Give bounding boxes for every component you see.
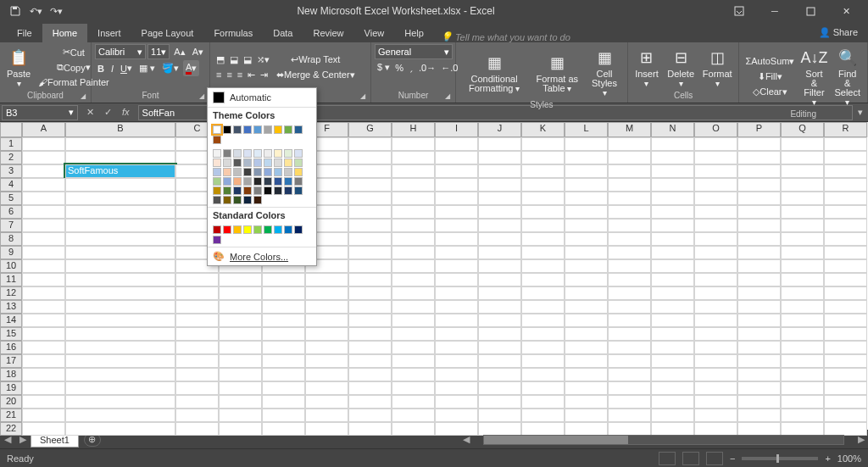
cell[interactable] [694,354,737,368]
cell[interactable] [478,368,521,381]
cell[interactable] [694,137,737,151]
cell[interactable] [608,327,651,341]
cell[interactable] [22,354,65,368]
cell[interactable] [478,314,521,327]
normal-view-icon[interactable] [659,452,676,465]
row-header[interactable]: 6 [0,205,22,219]
cell[interactable] [348,354,392,368]
cell[interactable] [219,327,262,341]
clear-button[interactable]: ◇ Clear ▾ [743,85,797,99]
cell[interactable] [22,314,65,327]
color-swatch[interactable] [213,196,221,204]
align-top-icon[interactable]: ⬒ [214,53,227,67]
color-swatch[interactable] [213,225,221,234]
cell[interactable] [694,381,737,395]
cell[interactable] [392,192,435,205]
cell[interactable] [348,395,392,409]
insert-cells-button[interactable]: ⊞Insert ▾ [632,44,662,90]
cell[interactable] [694,409,737,422]
cell[interactable] [608,246,651,259]
cell[interactable] [608,395,651,409]
cell[interactable] [651,314,694,327]
cell[interactable] [392,341,435,354]
cell[interactable] [608,368,651,381]
cell[interactable] [781,273,824,286]
cell[interactable] [651,192,694,205]
row-header[interactable]: 15 [0,327,22,341]
cell[interactable] [262,300,305,314]
color-swatch[interactable] [213,177,221,186]
cell[interactable] [694,151,737,164]
cell[interactable] [824,151,867,164]
cell[interactable] [392,137,435,151]
cell[interactable] [521,409,565,422]
cell[interactable] [737,137,781,151]
cell[interactable] [305,300,348,314]
cell[interactable] [694,327,737,341]
number-dialog-launcher[interactable]: ◢ [445,92,453,101]
cell[interactable] [435,314,478,327]
close-icon[interactable]: ✕ [834,3,858,19]
cell[interactable] [22,368,65,381]
cell[interactable] [608,205,651,219]
cell[interactable] [22,178,65,192]
alignment-dialog-launcher[interactable]: ◢ [360,92,369,101]
cell[interactable] [65,178,175,192]
cell[interactable] [22,246,65,259]
cell[interactable] [824,246,867,259]
cell[interactable] [478,273,521,286]
cell[interactable] [175,368,219,381]
color-swatch[interactable] [213,186,221,195]
cell[interactable] [435,422,478,436]
color-swatch[interactable] [243,186,252,195]
cell[interactable] [824,314,867,327]
cell[interactable] [478,381,521,395]
cell[interactable] [565,164,608,178]
cell[interactable] [348,381,392,395]
cell[interactable] [608,151,651,164]
cell[interactable] [694,341,737,354]
row-header[interactable]: 21 [0,409,22,422]
cell[interactable] [175,273,219,286]
cell[interactable] [348,219,392,232]
comma-format-icon[interactable]: ˏ [406,60,416,75]
cell[interactable] [521,368,565,381]
cell[interactable] [694,259,737,273]
column-header[interactable]: R [824,122,867,137]
cell[interactable] [22,164,65,178]
column-header[interactable]: L [565,122,608,137]
font-color-button[interactable]: A ▾ [183,60,199,76]
color-swatch[interactable] [223,225,231,234]
color-swatch[interactable] [294,177,303,186]
row-header[interactable]: 11 [0,273,22,286]
cell[interactable] [478,137,521,151]
row-header[interactable]: 9 [0,246,22,259]
cell[interactable] [781,341,824,354]
cell[interactable] [651,368,694,381]
cell[interactable] [565,300,608,314]
cell[interactable] [305,286,348,300]
cell[interactable] [824,178,867,192]
cell[interactable] [737,368,781,381]
color-swatch[interactable] [223,158,231,167]
cell[interactable] [22,300,65,314]
cell[interactable] [392,409,435,422]
color-swatch[interactable] [274,168,282,176]
row-header[interactable]: 14 [0,314,22,327]
cell[interactable] [824,409,867,422]
row-header[interactable]: 22 [0,422,22,436]
cell[interactable] [219,341,262,354]
cell[interactable] [651,381,694,395]
cell[interactable] [392,219,435,232]
cell[interactable] [781,368,824,381]
cell[interactable] [435,409,478,422]
cell[interactable] [305,409,348,422]
cell[interactable] [22,192,65,205]
cell[interactable] [478,192,521,205]
color-swatch[interactable] [223,177,231,186]
cell[interactable] [22,151,65,164]
column-header[interactable]: J [478,122,521,137]
row-header[interactable]: 12 [0,286,22,300]
cell[interactable] [824,327,867,341]
cell[interactable] [219,409,262,422]
